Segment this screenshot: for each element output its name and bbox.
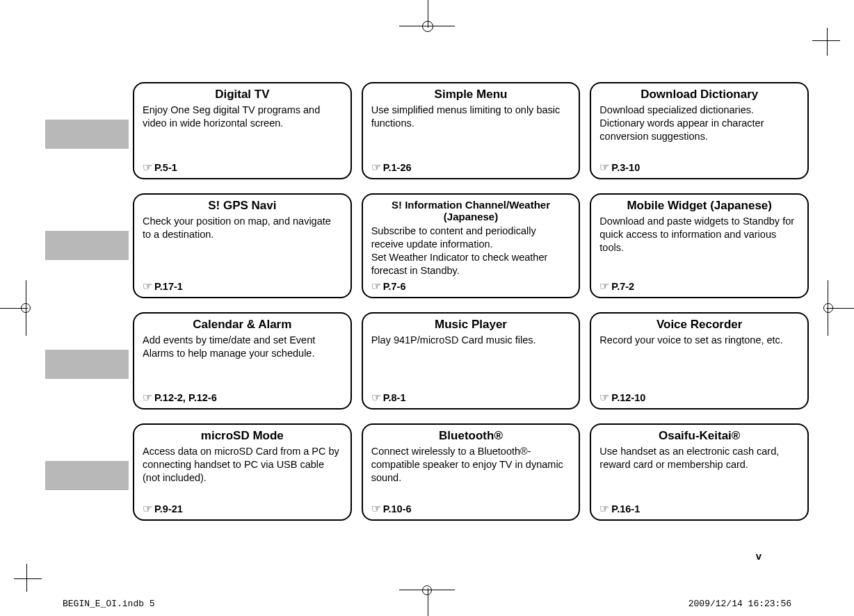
- card-simple-menu: Simple Menu Use simplified menus limitin…: [362, 82, 581, 179]
- card-title: Digital TV: [143, 88, 342, 102]
- card-ref: ☞P.8-1: [371, 391, 571, 404]
- left-tab: [45, 231, 129, 260]
- card-voice-recorder: Voice Recorder Record your voice to set …: [590, 312, 809, 410]
- card-ref: ☞P.9-21: [143, 502, 342, 515]
- card-desc: Use simplified menus limiting to only ba…: [371, 104, 571, 158]
- page-number: v: [756, 550, 762, 562]
- hand-icon: ☞: [371, 391, 381, 404]
- hand-icon: ☞: [371, 279, 381, 293]
- card-title: Bluetooth®: [371, 429, 571, 443]
- card-ref: ☞P.7-2: [599, 279, 799, 293]
- hand-icon: ☞: [599, 161, 609, 174]
- hand-icon: ☞: [143, 161, 152, 174]
- feature-row: S! GPS Navi Check your position on map, …: [45, 193, 809, 298]
- card-title: Simple Menu: [371, 88, 571, 102]
- card-ref: ☞P.17-1: [143, 279, 342, 293]
- hand-icon: ☞: [371, 161, 381, 174]
- card-desc: Connect wirelessly to a Bluetooth®-compa…: [371, 445, 571, 499]
- feature-row: Digital TV Enjoy One Seg digital TV prog…: [45, 82, 809, 179]
- hand-icon: ☞: [599, 502, 609, 515]
- card-ref: ☞P.3-10: [599, 161, 799, 174]
- print-footer: BEGIN_E_OI.indb 5 2009/12/14 16:23:56: [63, 599, 791, 609]
- hand-icon: ☞: [143, 502, 152, 515]
- card-desc: Access data on microSD Card from a PC by…: [143, 445, 342, 499]
- left-tab: [45, 350, 129, 379]
- card-title: S! Information Channel/Weather (Japanese…: [371, 199, 571, 222]
- card-title: Osaifu-Keitai®: [599, 429, 799, 443]
- card-microsd-mode: microSD Mode Access data on microSD Card…: [133, 423, 352, 521]
- feature-row: Calendar & Alarm Add events by time/date…: [45, 312, 809, 410]
- card-information-channel: S! Information Channel/Weather (Japanese…: [362, 193, 581, 298]
- card-desc: Play 941P/microSD Card music files.: [371, 334, 571, 388]
- card-ref: ☞P.1-26: [371, 161, 571, 174]
- footer-right: 2009/12/14 16:23:56: [688, 599, 791, 609]
- card-title: Download Dictionary: [599, 88, 799, 102]
- card-title: Mobile Widget (Japanese): [599, 199, 799, 213]
- card-digital-tv: Digital TV Enjoy One Seg digital TV prog…: [133, 82, 352, 179]
- card-ref: ☞P.10-6: [371, 502, 571, 515]
- card-desc: Download and paste widgets to Standby fo…: [599, 215, 799, 277]
- card-desc: Subscribe to content and periodically re…: [371, 225, 571, 277]
- card-ref: ☞P.5-1: [143, 161, 342, 174]
- card-title: S! GPS Navi: [143, 199, 342, 213]
- card-desc: Use handset as an electronic cash card, …: [599, 445, 799, 499]
- card-desc: Add events by time/date and set Event Al…: [143, 334, 342, 388]
- hand-icon: ☞: [143, 391, 152, 404]
- card-title: Voice Recorder: [599, 318, 799, 332]
- card-ref: ☞P.7-6: [371, 279, 571, 293]
- card-title: Music Player: [371, 318, 571, 332]
- card-ref: ☞P.12-10: [599, 391, 799, 404]
- card-gps-navi: S! GPS Navi Check your position on map, …: [133, 193, 352, 298]
- feature-grid: Digital TV Enjoy One Seg digital TV prog…: [45, 82, 809, 535]
- hand-icon: ☞: [599, 279, 609, 293]
- card-download-dictionary: Download Dictionary Download specialized…: [590, 82, 809, 179]
- card-calendar-alarm: Calendar & Alarm Add events by time/date…: [133, 312, 352, 410]
- card-music-player: Music Player Play 941P/microSD Card musi…: [362, 312, 581, 410]
- hand-icon: ☞: [143, 279, 152, 293]
- card-title: microSD Mode: [143, 429, 342, 443]
- left-tab: [45, 120, 129, 149]
- card-desc: Record your voice to set as ringtone, et…: [599, 334, 799, 388]
- card-desc: Download specialized dictionaries. Dicti…: [599, 104, 799, 158]
- card-desc: Check your position on map, and navigate…: [143, 215, 342, 277]
- card-title: Calendar & Alarm: [143, 318, 342, 332]
- card-ref: ☞P.16-1: [599, 502, 799, 515]
- card-bluetooth: Bluetooth® Connect wirelessly to a Bluet…: [362, 423, 581, 521]
- feature-row: microSD Mode Access data on microSD Card…: [45, 423, 809, 521]
- card-mobile-widget: Mobile Widget (Japanese) Download and pa…: [590, 193, 809, 298]
- footer-left: BEGIN_E_OI.indb 5: [63, 599, 155, 609]
- left-tab: [45, 461, 129, 490]
- card-desc: Enjoy One Seg digital TV programs and vi…: [143, 104, 342, 158]
- hand-icon: ☞: [371, 502, 381, 515]
- card-osaifu-keitai: Osaifu-Keitai® Use handset as an electro…: [590, 423, 809, 521]
- card-ref: ☞P.12-2, P.12-6: [143, 391, 342, 404]
- hand-icon: ☞: [599, 391, 609, 404]
